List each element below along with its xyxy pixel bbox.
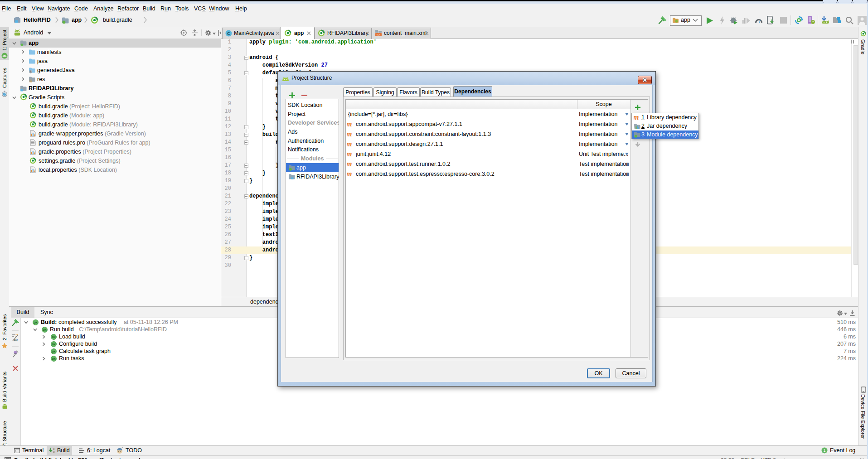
svg-text:ab: ab	[14, 338, 18, 342]
svg-text:OK: OK	[52, 350, 55, 353]
svg-text:<>: <>	[377, 34, 380, 37]
svg-text:m: m	[347, 141, 352, 147]
svg-text:m: m	[634, 115, 639, 121]
svg-text:m: m	[347, 161, 352, 167]
svg-text:OK: OK	[52, 336, 55, 338]
svg-text:m: m	[347, 171, 352, 177]
svg-text:m: m	[347, 131, 352, 137]
svg-text:OK: OK	[43, 329, 46, 331]
svg-text:m: m	[347, 121, 352, 127]
svg-text:10: 10	[53, 451, 55, 454]
svg-text:m: m	[347, 151, 352, 157]
svg-text:C: C	[227, 31, 230, 36]
svg-text:OK: OK	[52, 343, 55, 346]
svg-text:OK: OK	[52, 358, 55, 360]
svg-text:1: 1	[823, 448, 825, 453]
svg-text:OK: OK	[34, 321, 37, 324]
